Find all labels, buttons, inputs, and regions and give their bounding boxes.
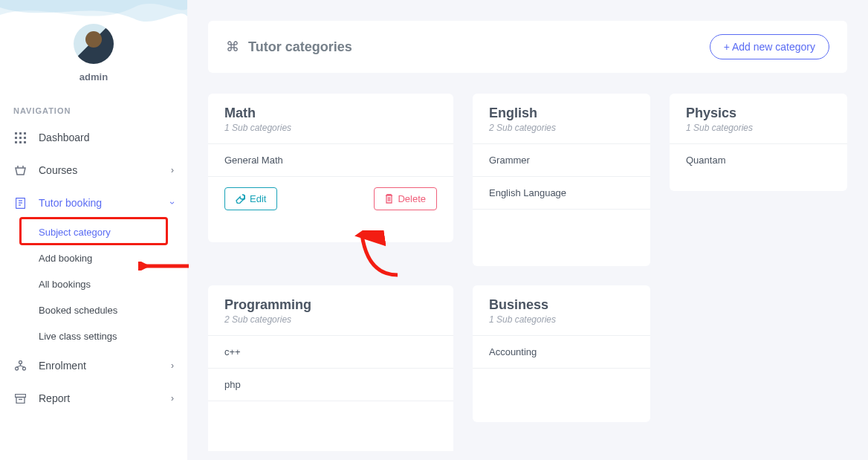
add-new-category-button[interactable]: + Add new category <box>710 34 829 59</box>
category-card-programming[interactable]: Programming 2 Sub categories c++ php <box>208 285 453 451</box>
sidebar-item-label: Dashboard <box>39 132 90 143</box>
subcategory-row[interactable]: php <box>208 368 453 401</box>
category-title: English <box>489 106 634 121</box>
chevron-right-icon: › <box>171 393 174 404</box>
svg-point-14 <box>15 367 18 370</box>
svg-rect-17 <box>16 397 25 403</box>
category-title: Programming <box>224 297 437 313</box>
categories-grid: Math 1 Sub categories General Math Edit … <box>208 94 847 451</box>
page-header: ⌘ Tutor categories + Add new category <box>208 21 847 73</box>
category-subtitle: 1 Sub categories <box>489 314 634 325</box>
sub-item-all-bookings[interactable]: All bookings <box>39 271 187 297</box>
category-title: Business <box>489 297 634 313</box>
sidebar-item-dashboard[interactable]: Dashboard <box>0 121 187 154</box>
chevron-down-icon: › <box>167 201 178 204</box>
wrench-icon <box>236 194 245 204</box>
empty-row <box>473 209 650 242</box>
svg-rect-7 <box>19 141 22 143</box>
basket-icon <box>13 166 27 175</box>
subcategory-row[interactable]: Quantam <box>670 143 847 176</box>
empty-row <box>208 401 453 434</box>
nav-section-label: NAVIGATION <box>0 91 187 121</box>
sub-item-subject-category[interactable]: Subject category <box>39 219 187 245</box>
subcategory-row[interactable]: Accounting <box>473 335 650 368</box>
category-subtitle: 1 Sub categories <box>686 123 831 133</box>
subcategory-actions: Edit Delete <box>208 176 453 221</box>
svg-rect-6 <box>15 141 17 143</box>
username: admin <box>0 71 187 82</box>
chevron-right-icon: › <box>171 165 174 175</box>
svg-rect-2 <box>24 132 26 135</box>
avatar <box>74 24 114 64</box>
sidebar: admin NAVIGATION Dashboard Courses › Tut… <box>0 0 187 460</box>
subcategory-row[interactable]: Grammer <box>473 143 650 176</box>
category-title: Physics <box>686 106 831 121</box>
sidebar-item-enrolment[interactable]: Enrolment › <box>0 349 187 382</box>
category-subtitle: 1 Sub categories <box>224 123 437 133</box>
category-card-english[interactable]: English 2 Sub categories Grammer English… <box>473 94 650 266</box>
svg-rect-0 <box>15 132 17 135</box>
command-icon: ⌘ <box>226 39 239 55</box>
category-title: Math <box>224 106 437 121</box>
archive-icon <box>13 394 27 404</box>
svg-rect-5 <box>24 137 26 139</box>
subcategory-row[interactable]: General Math <box>208 143 453 176</box>
svg-rect-4 <box>19 137 22 139</box>
sidebar-item-label: Tutor booking <box>39 197 102 209</box>
note-icon <box>13 198 27 209</box>
empty-row <box>473 368 650 401</box>
page-title: Tutor categories <box>248 39 710 55</box>
svg-rect-8 <box>24 141 26 143</box>
sub-item-live-class-settings[interactable]: Live class settings <box>39 323 187 349</box>
sidebar-item-report[interactable]: Report › <box>0 382 187 415</box>
category-subtitle: 2 Sub categories <box>489 123 634 133</box>
category-card-physics[interactable]: Physics 1 Sub categories Quantam <box>670 94 847 191</box>
sidebar-item-label: Report <box>39 392 70 404</box>
profile-block: admin <box>0 6 187 91</box>
sub-item-add-booking[interactable]: Add booking <box>39 245 187 271</box>
category-card-math[interactable]: Math 1 Sub categories General Math Edit … <box>208 94 453 242</box>
subcategory-row[interactable]: English Language <box>473 176 650 209</box>
sidebar-item-tutor-booking[interactable]: Tutor booking › <box>0 187 187 219</box>
sidebar-item-label: Enrolment <box>39 360 86 372</box>
category-card-business[interactable]: Business 1 Sub categories Accounting <box>473 285 650 422</box>
subcategory-row[interactable]: c++ <box>208 335 453 368</box>
svg-rect-3 <box>15 137 17 139</box>
trash-icon <box>385 194 393 204</box>
delete-button[interactable]: Delete <box>374 187 437 210</box>
sidebar-item-courses[interactable]: Courses › <box>0 154 187 187</box>
plus-icon: + <box>724 41 732 53</box>
category-subtitle: 2 Sub categories <box>224 314 437 325</box>
sub-item-booked-schedules[interactable]: Booked schedules <box>39 297 187 323</box>
chevron-right-icon: › <box>171 360 174 371</box>
svg-point-13 <box>19 361 22 364</box>
main-content: ⌘ Tutor categories + Add new category Ma… <box>187 0 868 460</box>
svg-rect-1 <box>19 132 22 135</box>
hierarchy-icon <box>13 360 27 371</box>
sidebar-item-label: Courses <box>39 164 77 176</box>
submenu-tutor-booking: Subject category Add booking All booking… <box>0 219 187 349</box>
edit-button[interactable]: Edit <box>224 187 277 210</box>
svg-point-15 <box>22 367 25 370</box>
grid-icon <box>13 132 27 143</box>
